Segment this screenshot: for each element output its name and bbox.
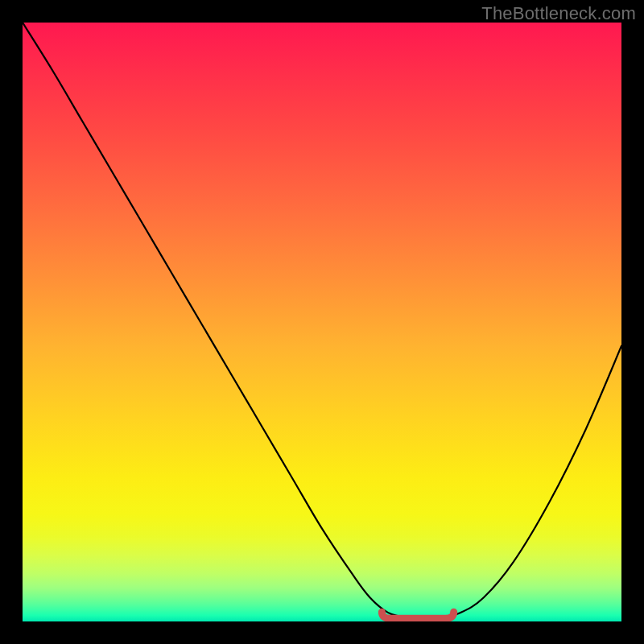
optimal-range-marker	[382, 612, 453, 618]
chart-frame: TheBottleneck.com	[0, 0, 644, 644]
plot-area	[23, 23, 621, 621]
bottleneck-curve	[23, 23, 621, 618]
chart-svg-layer	[23, 23, 621, 621]
watermark-text: TheBottleneck.com	[481, 3, 636, 24]
chart-svg	[23, 23, 621, 621]
